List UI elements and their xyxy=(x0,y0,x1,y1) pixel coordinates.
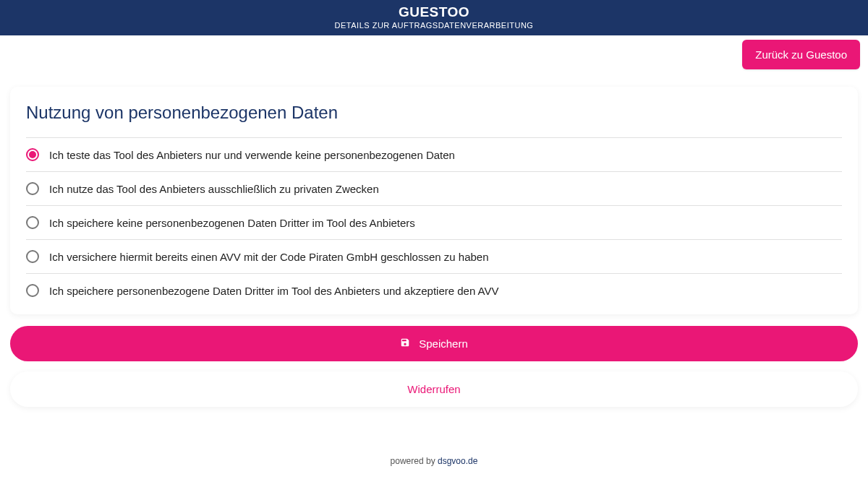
header-title: GUESTOO xyxy=(0,4,868,20)
option-1[interactable]: Ich nutze das Tool des Anbieters ausschl… xyxy=(26,171,842,205)
radio-icon xyxy=(26,250,39,263)
save-button[interactable]: Speichern xyxy=(10,326,858,361)
radio-icon xyxy=(26,216,39,229)
footer: powered by dsgvoo.de xyxy=(0,456,868,466)
header: GUESTOO DETAILS ZUR AUFTRAGSDATENVERARBE… xyxy=(0,0,868,35)
back-to-guestoo-button[interactable]: Zurück zu Guestoo xyxy=(742,40,860,69)
radio-icon xyxy=(26,182,39,195)
option-label: Ich speichere keine personenbezogenen Da… xyxy=(49,217,415,229)
option-label: Ich nutze das Tool des Anbieters ausschl… xyxy=(49,183,379,195)
option-2[interactable]: Ich speichere keine personenbezogenen Da… xyxy=(26,205,842,239)
option-3[interactable]: Ich versichere hiermit bereits einen AVV… xyxy=(26,239,842,273)
option-label: Ich speichere personenbezogene Daten Dri… xyxy=(49,285,499,297)
save-button-label: Speichern xyxy=(419,337,468,350)
option-label: Ich versichere hiermit bereits einen AVV… xyxy=(49,251,489,263)
option-4[interactable]: Ich speichere personenbezogene Daten Dri… xyxy=(26,273,842,307)
usage-panel: Nutzung von personenbezogenen Daten Ich … xyxy=(10,87,858,314)
panel-title: Nutzung von personenbezogenen Daten xyxy=(26,103,842,123)
option-0[interactable]: Ich teste das Tool des Anbieters nur und… xyxy=(26,137,842,171)
save-icon xyxy=(400,337,410,350)
revoke-button[interactable]: Widerrufen xyxy=(10,371,858,407)
option-label: Ich teste das Tool des Anbieters nur und… xyxy=(49,149,455,161)
radio-icon xyxy=(26,148,39,161)
footer-link[interactable]: dsgvoo.de xyxy=(438,456,477,466)
radio-icon xyxy=(26,284,39,297)
header-subtitle: DETAILS ZUR AUFTRAGSDATENVERARBEITUNG xyxy=(0,21,868,30)
footer-prefix: powered by xyxy=(391,456,438,466)
